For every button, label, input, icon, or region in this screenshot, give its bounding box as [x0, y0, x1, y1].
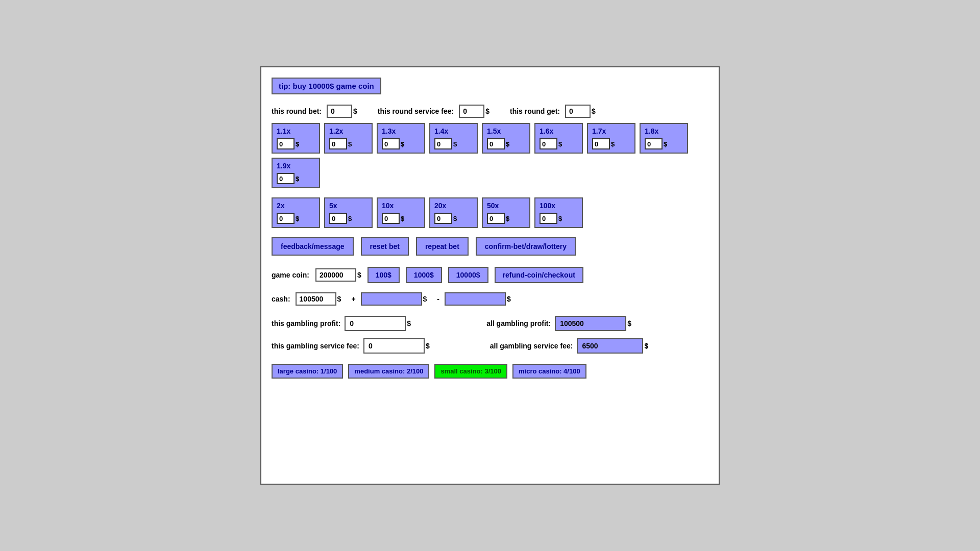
round-fee-label: this round service fee:	[378, 107, 454, 115]
medium-casino-label: medium casino: 2/100	[354, 367, 423, 375]
mult-box-1-2x: 1.2x $	[324, 123, 373, 154]
game-coin-row: game coin: $ 100$ 1000$ 10000$ refund-co…	[272, 267, 708, 283]
cash-plus-field-wrapper: $	[361, 292, 427, 306]
tip-box: tip: buy 10000$ game coin	[272, 78, 381, 94]
all-fee-field-wrapper: $	[577, 338, 648, 354]
game-coin-label: game coin:	[272, 271, 309, 279]
round-fee-dollar: $	[485, 107, 489, 115]
mult-input-1-7x[interactable]	[592, 138, 610, 149]
all-profit-dollar: $	[627, 319, 631, 328]
game-coin-dollar: $	[357, 271, 361, 279]
mult-input-1-9x[interactable]	[277, 173, 295, 184]
all-fee-dollar: $	[644, 342, 648, 350]
round-get-label: this round get:	[510, 107, 560, 115]
mult-box-1-8x: 1.8x $	[640, 123, 688, 154]
casino-badges-row: large casino: 1/100 medium casino: 2/100…	[272, 364, 708, 379]
mult-box-5x: 5x $	[324, 197, 373, 228]
mult-input-5x[interactable]	[329, 213, 347, 224]
mult-box-100x: 100x $	[534, 197, 583, 228]
mult-input-1-6x[interactable]	[540, 138, 557, 149]
this-profit-input[interactable]	[345, 316, 406, 331]
cash-label: cash:	[272, 295, 290, 303]
cash-plus-input[interactable]	[361, 292, 422, 306]
mult-box-1-9x: 1.9x $	[272, 158, 320, 188]
all-profit-label: all gambling profit:	[486, 319, 551, 328]
round-get-field-wrapper: $	[565, 105, 596, 118]
this-profit-label: this gambling profit:	[272, 319, 340, 328]
confirm-bet-button[interactable]: confirm-bet/draw/lottery	[476, 237, 576, 256]
round-bet-field-wrapper: $	[327, 105, 357, 118]
plus-sign: +	[351, 295, 355, 303]
round-get-input[interactable]	[565, 105, 591, 118]
reset-bet-button[interactable]: reset bet	[361, 237, 409, 256]
mult-box-10x: 10x $	[377, 197, 425, 228]
mult-input-1-8x[interactable]	[645, 138, 663, 149]
mult-box-1-1x: 1.1x $	[272, 123, 320, 154]
round-bet-label: this round bet:	[272, 107, 322, 115]
round-info-row: this round bet: $ this round service fee…	[272, 105, 708, 118]
multiplier-grid-row1: 1.1x $ 1.2x $ 1.3x $ 1.4x $	[272, 123, 708, 188]
buy-10000-button[interactable]: 10000$	[448, 267, 488, 283]
round-get-dollar: $	[592, 107, 596, 115]
tip-text: tip: buy 10000$ game coin	[279, 82, 374, 90]
all-fee-label: all gambling service fee:	[490, 342, 573, 350]
micro-casino-badge: micro casino: 4/100	[512, 364, 586, 379]
mult-input-50x[interactable]	[487, 213, 505, 224]
all-fee-input[interactable]	[577, 338, 643, 354]
cash-field-wrapper: $	[296, 292, 341, 306]
large-casino-label: large casino: 1/100	[278, 367, 337, 375]
multiplier-grid-row2: 2x $ 5x $ 10x $ 20x $	[272, 197, 708, 228]
cash-dollar: $	[337, 295, 341, 303]
profit-section: this gambling profit: $ all gambling pro…	[272, 316, 708, 354]
mult-input-1-2x[interactable]	[329, 138, 347, 149]
small-casino-label: small casino: 3/100	[440, 367, 501, 375]
cash-minus-field-wrapper: $	[445, 292, 511, 306]
medium-casino-badge: medium casino: 2/100	[348, 364, 429, 379]
all-profit-field-wrapper: $	[555, 316, 631, 331]
refund-button[interactable]: refund-coin/checkout	[495, 267, 583, 283]
all-profit-input[interactable]	[555, 316, 626, 331]
mult-box-1-3x: 1.3x $	[377, 123, 425, 154]
main-container: tip: buy 10000$ game coin this round bet…	[260, 66, 720, 485]
mult-box-2x: 2x $	[272, 197, 320, 228]
round-fee-input[interactable]	[459, 105, 484, 118]
cash-input[interactable]	[296, 292, 336, 306]
this-profit-row: this gambling profit: $ all gambling pro…	[272, 316, 708, 331]
this-profit-field-wrapper: $	[345, 316, 411, 331]
mult-input-1-5x[interactable]	[487, 138, 505, 149]
action-buttons-row: feedback/message reset bet repeat bet co…	[272, 237, 708, 256]
repeat-bet-button[interactable]: repeat bet	[416, 237, 469, 256]
feedback-button[interactable]: feedback/message	[272, 237, 354, 256]
cash-minus-input[interactable]	[445, 292, 506, 306]
cash-plus-dollar: $	[423, 295, 427, 303]
mult-input-1-1x[interactable]	[277, 138, 295, 149]
this-profit-dollar: $	[407, 319, 411, 328]
minus-sign: -	[437, 295, 439, 303]
game-coin-input[interactable]	[315, 268, 356, 282]
mult-box-20x: 20x $	[429, 197, 478, 228]
buy-1000-button[interactable]: 1000$	[406, 267, 442, 283]
cash-row: cash: $ + $ - $	[272, 292, 708, 306]
cash-minus-dollar: $	[507, 295, 511, 303]
mult-input-1-4x[interactable]	[434, 138, 452, 149]
mult-box-1-7x: 1.7x $	[587, 123, 635, 154]
this-fee-field-wrapper: $	[363, 338, 430, 354]
game-coin-field-wrapper: $	[315, 268, 361, 282]
this-fee-row: this gambling service fee: $ all gamblin…	[272, 338, 708, 354]
this-fee-input[interactable]	[363, 338, 425, 354]
mult-input-100x[interactable]	[540, 213, 557, 224]
buy-100-button[interactable]: 100$	[368, 267, 400, 283]
mult-box-1-5x: 1.5x $	[482, 123, 530, 154]
micro-casino-label: micro casino: 4/100	[519, 367, 580, 375]
mult-input-1-3x[interactable]	[382, 138, 400, 149]
round-bet-dollar: $	[353, 107, 357, 115]
mult-box-1-6x: 1.6x $	[534, 123, 583, 154]
this-fee-dollar: $	[426, 342, 430, 350]
mult-input-2x[interactable]	[277, 213, 295, 224]
mult-input-20x[interactable]	[434, 213, 452, 224]
mult-box-50x: 50x $	[482, 197, 530, 228]
large-casino-badge: large casino: 1/100	[272, 364, 343, 379]
mult-input-10x[interactable]	[382, 213, 400, 224]
round-fee-field-wrapper: $	[459, 105, 489, 118]
round-bet-input[interactable]	[327, 105, 352, 118]
